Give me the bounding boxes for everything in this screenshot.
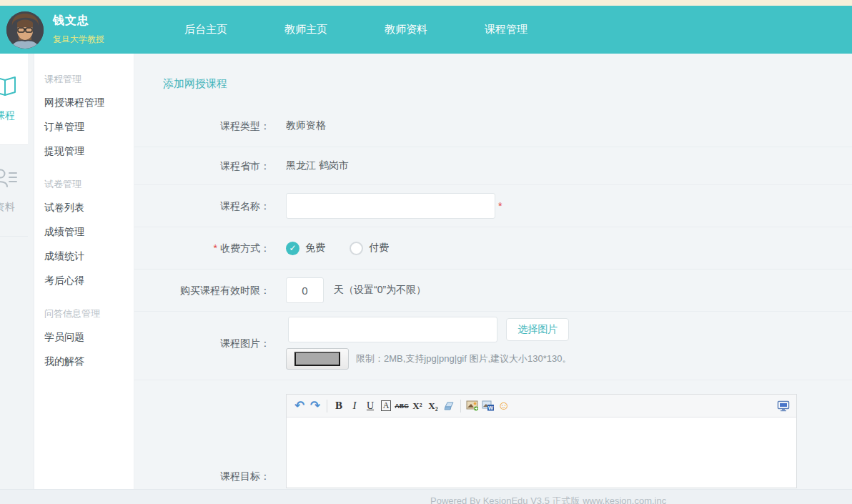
- fee-option-paid-label: 付费: [369, 242, 389, 255]
- redo-icon[interactable]: ↷: [307, 398, 323, 414]
- menu-item-score-stats[interactable]: 成绩统计: [44, 244, 134, 269]
- sidebar: 课程 资料 课程管理: [0, 54, 134, 504]
- font-color-button[interactable]: A: [378, 398, 394, 414]
- italic-button[interactable]: I: [347, 398, 362, 414]
- svg-text:W: W: [488, 405, 494, 411]
- fullscreen-icon[interactable]: [776, 398, 791, 414]
- rail-item-profile[interactable]: 资料: [0, 145, 28, 237]
- footer: Powered By KesionEdu V3.5 正式版 www.kesion…: [0, 489, 852, 504]
- avatar[interactable]: [6, 11, 44, 49]
- rail-item-label: 资料: [0, 201, 15, 214]
- profile-icon: [0, 167, 17, 192]
- fee-option-free-label: 免费: [305, 242, 325, 255]
- course-name-label: 课程名称：: [134, 199, 279, 213]
- radio-checked-icon: ✓: [286, 242, 299, 255]
- form-row-course-goal: 课程目标： ↶ ↷ B I U A ABC: [134, 380, 852, 488]
- valid-period-hint: 天（设置“0”为不限）: [334, 284, 426, 297]
- editor-toolbar: ↶ ↷ B I U A ABC X² X₂: [287, 395, 796, 417]
- main-content: 添加网授课程 课程类型： 教师资格 课程省市： 黑龙江 鹤岗市 课程名称：: [134, 54, 852, 504]
- top-nav: 后台主页 教师主页 教师资料 课程管理: [184, 23, 527, 36]
- page-title: 添加网授课程: [163, 77, 852, 91]
- form-row-course-region: 课程省市： 黑龙江 鹤岗市: [134, 147, 852, 185]
- course-image-input[interactable]: [288, 317, 497, 342]
- required-mark: *: [214, 242, 217, 254]
- menu-item-order-mgmt[interactable]: 订单管理: [44, 115, 134, 139]
- insert-image-icon[interactable]: [465, 398, 480, 414]
- menu-section-qa: 问答信息管理: [44, 302, 134, 325]
- valid-period-label: 购买课程有效时限：: [134, 283, 279, 297]
- file-upload-inner: [294, 352, 340, 366]
- strikethrough-button[interactable]: ABC: [394, 398, 410, 414]
- add-course-form: 课程类型： 教师资格 课程省市： 黑龙江 鹤岗市 课程名称： *: [134, 105, 852, 488]
- form-row-fee-mode: *收费方式： ✓ 免费 付费: [134, 227, 852, 270]
- course-goal-label: 课程目标：: [134, 469, 279, 483]
- emoticon-icon[interactable]: ☺: [496, 398, 512, 414]
- eraser-icon[interactable]: [441, 398, 457, 414]
- course-name-input[interactable]: [286, 193, 495, 219]
- app-header: 钱文忠 复旦大学教授 后台主页 教师主页 教师资料 课程管理: [0, 6, 852, 54]
- superscript-button[interactable]: X²: [410, 398, 425, 414]
- subscript-button[interactable]: X₂: [425, 398, 441, 414]
- icon-rail: 课程 资料: [0, 54, 34, 504]
- footer-text: Powered By KesionEdu V3.5 正式版 www.kesion…: [430, 495, 666, 504]
- form-row-course-name: 课程名称： *: [134, 185, 852, 227]
- form-row-course-image: 课程图片： 选择图片 限制：2MB,支持jpg|png|gif 图片,建议大小1…: [134, 312, 852, 380]
- toolbar-separator: [460, 400, 461, 412]
- fee-option-free[interactable]: ✓ 免费: [286, 242, 325, 255]
- page: 钱文忠 复旦大学教授 后台主页 教师主页 教师资料 课程管理 课程: [0, 0, 852, 504]
- course-type-value: 教师资格: [286, 119, 326, 132]
- book-icon: [0, 76, 17, 100]
- fee-mode-label: *收费方式：: [134, 241, 279, 255]
- course-image-label: 课程图片：: [134, 336, 279, 350]
- user-info: 钱文忠 复旦大学教授: [53, 14, 104, 46]
- nav-item-backend-home[interactable]: 后台主页: [184, 23, 227, 36]
- underline-button[interactable]: U: [362, 398, 378, 414]
- avatar-image: [6, 11, 44, 49]
- course-image-hint: 限制：2MB,支持jpg|png|gif 图片,建议大小130*130。: [356, 352, 572, 365]
- menu-item-my-answers[interactable]: 我的解答: [44, 350, 134, 374]
- menu-item-exam-reflection[interactable]: 考后心得: [44, 269, 134, 293]
- course-type-label: 课程类型：: [134, 119, 279, 133]
- paste-word-icon[interactable]: W: [480, 398, 496, 414]
- toolbar-separator: [327, 400, 327, 412]
- valid-period-input[interactable]: [286, 277, 324, 303]
- rail-item-course[interactable]: 课程: [0, 54, 28, 145]
- course-goal-editor: ↶ ↷ B I U A ABC X² X₂: [286, 394, 797, 488]
- menu-section-course: 课程管理: [44, 68, 134, 91]
- menu-section-exam: 试卷管理: [44, 173, 134, 196]
- rail-item-label: 课程: [0, 109, 15, 122]
- file-upload-button[interactable]: [286, 348, 349, 370]
- nav-item-teacher-profile[interactable]: 教师资料: [385, 23, 427, 36]
- course-goal-editor-body[interactable]: [287, 417, 796, 488]
- form-row-course-type: 课程类型： 教师资格: [134, 105, 852, 147]
- menu-item-score-mgmt[interactable]: 成绩管理: [44, 220, 134, 244]
- user-title: 复旦大学教授: [53, 34, 104, 46]
- app-body: 课程 资料 课程管理: [0, 54, 852, 504]
- undo-icon[interactable]: ↶: [292, 398, 307, 414]
- pick-image-button[interactable]: 选择图片: [506, 318, 569, 341]
- menu-item-online-course-mgmt[interactable]: 网授课程管理: [44, 91, 134, 115]
- user-name: 钱文忠: [53, 14, 104, 29]
- nav-item-teacher-home[interactable]: 教师主页: [284, 23, 327, 36]
- form-row-valid-period: 购买课程有效时限： 天（设置“0”为不限）: [134, 270, 852, 312]
- top-strip: [0, 0, 852, 6]
- bold-button[interactable]: B: [331, 398, 347, 414]
- course-region-value: 黑龙江 鹤岗市: [286, 159, 349, 172]
- menu-item-student-questions[interactable]: 学员问题: [44, 325, 134, 350]
- radio-unchecked-icon: [350, 242, 363, 255]
- course-region-label: 课程省市：: [134, 159, 279, 173]
- sidebar-menu: 课程管理 网授课程管理 订单管理 提现管理 试卷管理 试卷列表 成绩管理 成绩统…: [34, 54, 134, 504]
- nav-item-course-management[interactable]: 课程管理: [485, 23, 527, 36]
- menu-item-exam-list[interactable]: 试卷列表: [44, 196, 134, 220]
- menu-item-withdraw-mgmt[interactable]: 提现管理: [44, 139, 134, 164]
- required-mark: *: [498, 200, 502, 212]
- fee-option-paid[interactable]: 付费: [350, 242, 389, 255]
